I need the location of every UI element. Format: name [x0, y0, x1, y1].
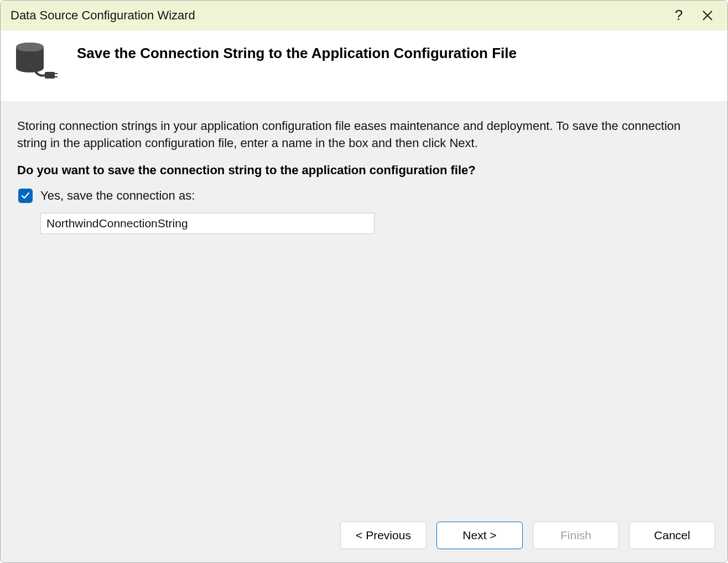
close-button[interactable]: [693, 1, 722, 30]
save-connection-label: Yes, save the connection as:: [40, 189, 195, 203]
database-connection-icon: [14, 41, 58, 86]
close-icon: [703, 11, 713, 20]
svg-point-3: [16, 43, 44, 51]
window-title: Data Source Configuration Wizard: [11, 8, 664, 23]
checkmark-icon: [21, 191, 30, 200]
help-button[interactable]: ?: [664, 1, 693, 30]
wizard-footer: < Previous Next > Finish Cancel: [1, 512, 727, 562]
description-text: Storing connection strings in your appli…: [17, 118, 711, 152]
page-title: Save the Connection String to the Applic…: [77, 41, 517, 62]
wizard-window: Data Source Configuration Wizard ? Save …: [0, 0, 728, 563]
next-button[interactable]: Next >: [436, 522, 523, 549]
svg-rect-5: [55, 73, 58, 74]
wizard-header: Save the Connection String to the Applic…: [1, 30, 727, 101]
connection-name-row: [40, 213, 711, 234]
svg-rect-6: [55, 76, 58, 77]
previous-button[interactable]: < Previous: [340, 522, 427, 549]
connection-name-input[interactable]: [40, 213, 375, 234]
finish-button: Finish: [533, 522, 619, 549]
save-connection-checkbox[interactable]: [18, 189, 33, 203]
svg-rect-4: [45, 72, 55, 79]
question-text: Do you want to save the connection strin…: [17, 163, 711, 178]
wizard-content: Storing connection strings in your appli…: [1, 101, 727, 512]
cancel-button[interactable]: Cancel: [629, 522, 715, 549]
save-connection-checkbox-row: Yes, save the connection as:: [18, 189, 711, 203]
titlebar: Data Source Configuration Wizard ?: [1, 1, 727, 30]
